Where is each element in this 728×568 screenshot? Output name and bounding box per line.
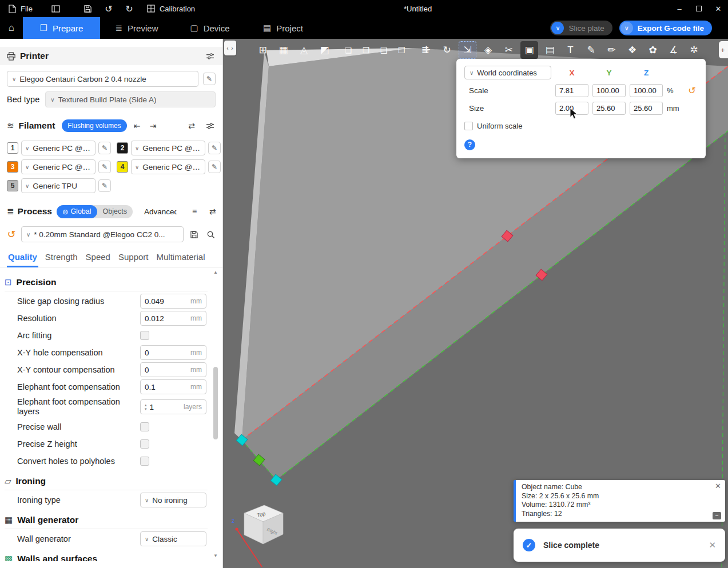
filament-color-1[interactable]: 1 (7, 142, 18, 154)
filament-select-4[interactable]: ∨Generic PC @Ele... (131, 159, 205, 174)
support-painting-icon[interactable]: ❖ (623, 41, 641, 59)
filament-settings-icon[interactable] (204, 120, 216, 131)
polyholes-checkbox[interactable] (140, 457, 149, 466)
spinner-arrows-icon[interactable]: ▴▾ (145, 403, 147, 411)
variable-layer-height-icon[interactable]: ▤ (541, 41, 559, 59)
compare-presets-icon[interactable]: ⇄ (207, 206, 218, 217)
slice-gap-input[interactable]: 0.049mm (140, 294, 206, 309)
close-icon[interactable]: ✕ (709, 540, 716, 550)
precise-z-checkbox[interactable] (140, 439, 149, 449)
edit-printer-icon[interactable]: ✎ (203, 73, 216, 85)
save-preset-icon[interactable] (188, 228, 200, 241)
tab-device[interactable]: ▢ Device (173, 17, 246, 39)
coordinate-mode-select[interactable]: ∨ World coordinates (464, 66, 551, 79)
wall-generator-select[interactable]: ∨Classic (140, 531, 206, 546)
assembly-view-icon[interactable]: ✲ (685, 41, 703, 59)
revert-preset-icon[interactable]: ↺ (6, 228, 17, 241)
maximize-button[interactable] (689, 0, 709, 17)
scrollbar-thumb[interactable] (213, 367, 218, 439)
filament-select-5[interactable]: ∨Generic TPU (21, 178, 96, 193)
close-icon[interactable]: ✕ (715, 482, 721, 491)
edit-filament-3-icon[interactable]: ✎ (98, 161, 111, 173)
measure-tool-icon[interactable]: ∡ (665, 41, 682, 59)
filament-color-5[interactable]: 5 (7, 180, 18, 191)
tab-support[interactable]: Support (117, 248, 150, 267)
scroll-down-icon[interactable]: ▼ (213, 553, 218, 560)
filament-color-4[interactable]: 4 (117, 161, 128, 173)
elephant-foot-input[interactable]: 0.1mm (140, 379, 206, 394)
text-tool-icon[interactable]: T (562, 41, 579, 59)
add-model-icon[interactable]: ⊞ (254, 41, 272, 59)
ironing-type-select[interactable]: ∨No ironing (140, 493, 206, 507)
filament-color-2[interactable]: 2 (117, 142, 128, 154)
export-gcode-button[interactable]: ∨ Export G-code file (619, 21, 712, 35)
xy-hole-input[interactable]: 0mm (140, 345, 206, 360)
clone-icon[interactable]: ❑ (376, 41, 391, 59)
minimize-button[interactable]: – (670, 0, 689, 17)
split-to-parts-icon[interactable]: ❐ (359, 41, 373, 59)
slice-dropdown-icon[interactable]: ∨ (551, 22, 564, 34)
resolution-input[interactable]: 0.012mm (140, 311, 206, 326)
search-icon[interactable] (204, 228, 217, 241)
auto-orient-icon[interactable]: ◬ (295, 41, 313, 59)
scroll-up-icon[interactable]: ▲ (213, 270, 218, 277)
edit-filament-4-icon[interactable]: ✎ (208, 161, 221, 173)
tab-project[interactable]: ▤ Project (246, 17, 320, 39)
filament-color-3[interactable]: 3 (7, 161, 18, 173)
scale-tool-icon[interactable]: ⇲ (459, 41, 476, 59)
slice-plate-button[interactable]: ∨ Slice plate (550, 21, 612, 35)
tab-preview[interactable]: ≣ Preview (100, 17, 173, 39)
edit-filament-5-icon[interactable]: ✎ (98, 179, 111, 192)
edit-filament-2-icon[interactable]: ✎ (208, 142, 221, 154)
flatten-tool-icon[interactable]: ◈ (479, 41, 497, 59)
move-tool-icon[interactable]: ✛ (417, 41, 435, 59)
tab-speed[interactable]: Speed (85, 248, 112, 267)
file-menu-icon[interactable] (6, 2, 18, 15)
tab-multimaterial[interactable]: Multimaterial (156, 248, 206, 267)
cut-tool-icon[interactable]: ✂ (500, 41, 518, 59)
filament-select-3[interactable]: ∨Generic PC @E... (21, 159, 96, 174)
printer-settings-icon[interactable] (204, 50, 216, 62)
undo-icon[interactable]: ↺ (102, 2, 115, 15)
arc-fitting-checkbox[interactable] (140, 331, 149, 340)
mesh-boolean-icon[interactable]: ▣ (520, 41, 538, 59)
export-dropdown-icon[interactable]: ∨ (620, 22, 633, 34)
load-filament-icon[interactable]: ⇤ (132, 120, 143, 131)
tab-prepare[interactable]: ❒ Prepare (23, 17, 100, 39)
scale-z-input[interactable]: 100.00 (630, 84, 663, 97)
uniform-scale-checkbox[interactable] (464, 122, 473, 130)
filament-select-2[interactable]: ∨Generic PC @Ele... (131, 141, 205, 155)
seam-painting-icon[interactable]: ✏ (603, 41, 620, 59)
scrollbar-track[interactable] (213, 277, 218, 553)
tab-quality[interactable]: Quality (7, 248, 38, 267)
reset-scale-icon[interactable]: ↺ (686, 85, 698, 96)
scope-global-button[interactable]: ⊚Global (57, 205, 97, 218)
xy-contour-input[interactable]: 0mm (140, 362, 206, 377)
unload-filament-icon[interactable]: ⇥ (148, 120, 159, 131)
sidebar-collapse-handle[interactable]: ‹ › (224, 41, 236, 55)
fill-plate-icon[interactable]: ❒ (394, 41, 409, 59)
filament-select-1[interactable]: ∨Generic PC @E... (21, 141, 96, 155)
seam-position-icon[interactable]: ◩ (316, 41, 333, 59)
size-z-input[interactable]: 25.60 (630, 102, 663, 115)
process-preset-select[interactable]: ∨ * 0.20mm Standard @Elegoo CC2 0... (21, 226, 184, 242)
size-y-input[interactable]: 25.60 (592, 102, 626, 115)
split-to-objects-icon[interactable]: ❏ (341, 41, 356, 59)
panel-toggle-icon[interactable] (50, 2, 62, 15)
help-button[interactable]: ? (464, 139, 475, 150)
scale-y-input[interactable]: 100.00 (592, 84, 626, 97)
flushing-volumes-button[interactable]: Flushing volumes (62, 119, 126, 132)
close-button[interactable]: ✕ (709, 0, 728, 17)
calibration-icon[interactable] (145, 2, 157, 15)
parameter-table-icon[interactable]: ≡ (189, 206, 200, 217)
svg-tool-icon[interactable]: ✎ (582, 41, 600, 59)
collapse-info-button[interactable]: ‒ (713, 512, 721, 519)
printer-select[interactable]: ∨ Elegoo Centauri Carbon 2 0.4 nozzle (7, 71, 198, 87)
scale-x-input[interactable]: 7.81 (555, 84, 588, 97)
tab-strength[interactable]: Strength (44, 248, 79, 267)
elephant-layers-spinner[interactable]: ▴▾1layers (140, 399, 206, 414)
redo-icon[interactable]: ↻ (123, 2, 136, 15)
sync-filament-icon[interactable]: ⇄ (186, 120, 197, 131)
file-menu[interactable]: File (21, 5, 33, 13)
arrange-icon[interactable]: ▦ (275, 41, 292, 59)
